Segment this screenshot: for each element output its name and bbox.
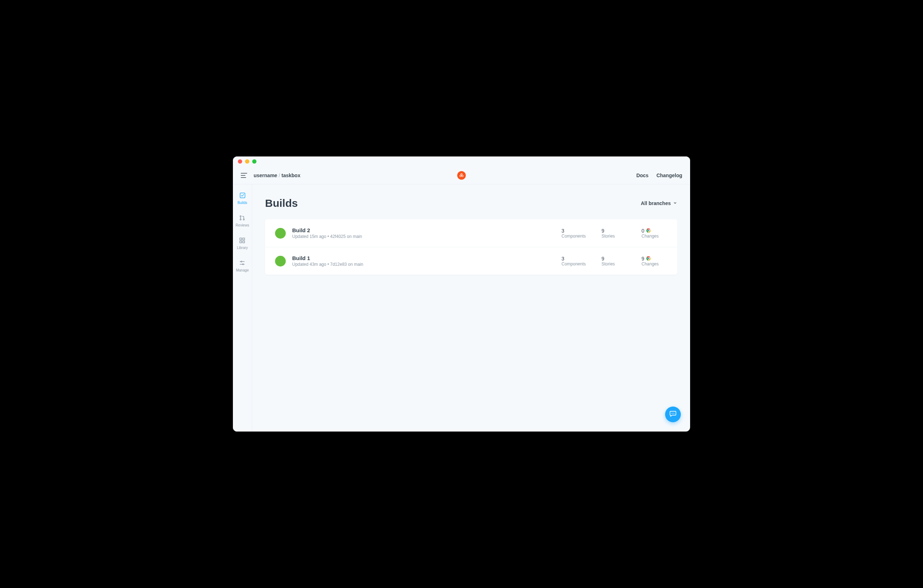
build-name: Build 2 bbox=[292, 227, 562, 233]
sidebar-item-builds[interactable]: Builds bbox=[238, 192, 247, 205]
stat-label: Components bbox=[562, 233, 587, 239]
status-passed-icon bbox=[275, 256, 286, 266]
sidebar-item-label: Reviews bbox=[236, 223, 249, 227]
components-stat: 3 Components bbox=[562, 256, 587, 266]
svg-point-5 bbox=[240, 216, 241, 217]
stories-stat: 9 Stories bbox=[601, 256, 627, 266]
svg-point-14 bbox=[241, 261, 242, 262]
changes-stat: 0 bbox=[642, 228, 667, 239]
sidebar-item-label: Manage bbox=[236, 268, 249, 272]
breadcrumb[interactable]: username / taskbox bbox=[254, 172, 301, 178]
stat-value: 9 bbox=[642, 256, 667, 261]
sidebar-item-library[interactable]: Library bbox=[237, 237, 248, 250]
build-row[interactable]: Build 1 Updated 43m ago • 7d12e83 on mai… bbox=[265, 247, 677, 275]
build-row[interactable]: Build 2 Updated 15m ago • 42f4025 on mai… bbox=[265, 219, 677, 247]
svg-rect-10 bbox=[240, 241, 242, 243]
chrome-icon bbox=[646, 256, 651, 261]
chrome-icon bbox=[646, 228, 651, 233]
stat-value: 0 bbox=[642, 228, 667, 233]
svg-point-7 bbox=[243, 219, 244, 220]
breadcrumb-user: username bbox=[254, 172, 277, 178]
chromatic-logo-icon[interactable] bbox=[457, 171, 466, 180]
build-meta: Updated 15m ago • 42f4025 on main bbox=[292, 234, 562, 239]
changes-value: 9 bbox=[642, 256, 644, 261]
branch-filter-dropdown[interactable]: All branches bbox=[641, 200, 677, 206]
status-passed-icon bbox=[275, 228, 286, 239]
chat-button[interactable] bbox=[665, 407, 681, 422]
changes-value: 0 bbox=[642, 228, 644, 233]
main-header: Builds All branches bbox=[265, 197, 677, 209]
page-title: Builds bbox=[265, 197, 298, 209]
changelog-link[interactable]: Changelog bbox=[657, 172, 682, 178]
stat-label: Changes bbox=[642, 233, 667, 239]
checkbox-icon bbox=[239, 192, 246, 199]
breadcrumb-repo: taskbox bbox=[281, 172, 301, 178]
build-meta: Updated 43m ago • 7d12e83 on main bbox=[292, 262, 562, 267]
stat-value: 9 bbox=[601, 228, 627, 233]
svg-rect-11 bbox=[243, 241, 245, 243]
stat-value: 3 bbox=[562, 256, 587, 261]
app-body: Builds Reviews bbox=[233, 184, 690, 432]
sidebar-item-label: Library bbox=[237, 246, 248, 250]
svg-point-24 bbox=[674, 413, 674, 414]
stories-stat: 9 Stories bbox=[601, 228, 627, 239]
app-window: username / taskbox Docs Changelog bbox=[233, 156, 690, 432]
grid-icon bbox=[239, 237, 245, 244]
chat-icon bbox=[669, 410, 677, 419]
builds-list: Build 2 Updated 15m ago • 42f4025 on mai… bbox=[265, 219, 677, 275]
pull-request-icon bbox=[239, 215, 245, 222]
build-info: Build 1 Updated 43m ago • 7d12e83 on mai… bbox=[292, 255, 562, 267]
sidebar: Builds Reviews bbox=[233, 184, 252, 432]
window-close-button[interactable] bbox=[238, 159, 242, 164]
changes-stat: 9 bbox=[642, 256, 667, 266]
sidebar-item-manage[interactable]: Manage bbox=[236, 260, 249, 272]
menu-icon[interactable] bbox=[241, 173, 247, 178]
stat-label: Components bbox=[562, 261, 587, 266]
breadcrumb-separator: / bbox=[279, 172, 280, 178]
stat-label: Stories bbox=[601, 261, 627, 266]
stat-value: 9 bbox=[601, 256, 627, 261]
sidebar-item-label: Builds bbox=[238, 201, 247, 205]
svg-point-6 bbox=[240, 219, 241, 220]
svg-point-22 bbox=[672, 413, 672, 414]
svg-rect-9 bbox=[243, 238, 245, 240]
main-content: Builds All branches Build 2 Updated 15 bbox=[252, 184, 690, 432]
titlebar bbox=[233, 156, 690, 166]
stat-label: Stories bbox=[601, 233, 627, 239]
topbar: username / taskbox Docs Changelog bbox=[233, 166, 690, 184]
branch-filter-label: All branches bbox=[641, 200, 671, 206]
build-info: Build 2 Updated 15m ago • 42f4025 on mai… bbox=[292, 227, 562, 239]
docs-link[interactable]: Docs bbox=[636, 172, 648, 178]
sidebar-item-reviews[interactable]: Reviews bbox=[236, 215, 249, 227]
stat-label: Changes bbox=[642, 261, 667, 266]
stat-value: 3 bbox=[562, 228, 587, 233]
components-stat: 3 Components bbox=[562, 228, 587, 239]
build-name: Build 1 bbox=[292, 255, 562, 261]
topbar-links: Docs Changelog bbox=[636, 172, 682, 178]
chevron-down-icon bbox=[673, 200, 677, 206]
svg-point-15 bbox=[243, 264, 244, 265]
build-stats: 3 Components 9 Stories 0 bbox=[562, 228, 667, 239]
window-minimize-button[interactable] bbox=[245, 159, 249, 164]
window-maximize-button[interactable] bbox=[252, 159, 256, 164]
svg-rect-8 bbox=[240, 238, 242, 240]
sliders-icon bbox=[239, 260, 245, 267]
build-stats: 3 Components 9 Stories 9 bbox=[562, 256, 667, 266]
svg-point-23 bbox=[673, 413, 673, 414]
